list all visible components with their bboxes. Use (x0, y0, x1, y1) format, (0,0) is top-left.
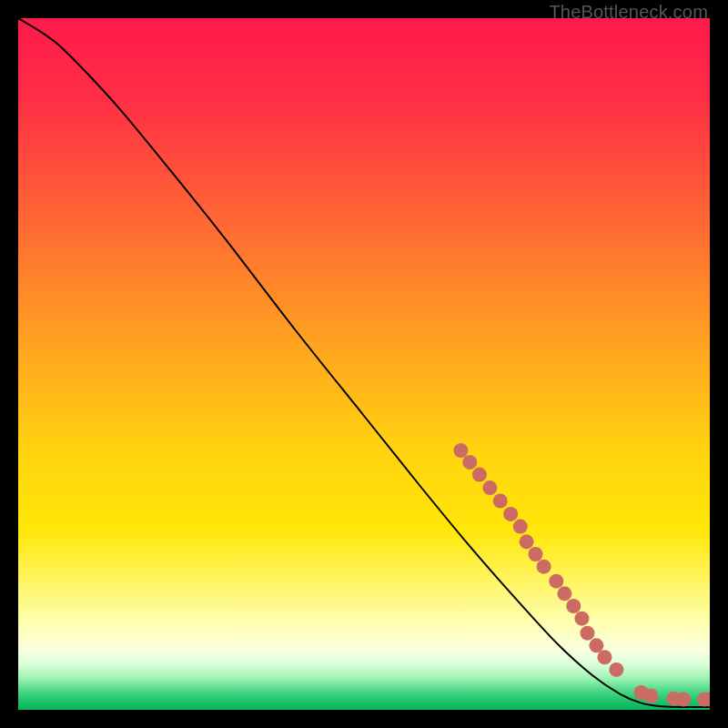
data-marker (609, 662, 623, 677)
data-marker (643, 689, 658, 703)
data-marker (537, 560, 551, 574)
gradient-background (18, 18, 710, 710)
data-marker (528, 547, 542, 561)
data-marker (597, 650, 612, 664)
data-marker (557, 586, 571, 601)
data-marker (503, 507, 518, 521)
data-marker (453, 443, 468, 458)
data-marker (482, 480, 497, 495)
data-marker (520, 534, 534, 549)
data-marker (549, 574, 563, 589)
plot-area (18, 18, 710, 710)
chart-svg (18, 18, 710, 710)
data-marker (493, 493, 508, 508)
watermark-text: TheBottleneck.com (549, 2, 708, 23)
data-marker (462, 455, 477, 470)
data-marker (580, 626, 594, 641)
chart-frame: TheBottleneck.com (0, 0, 728, 728)
data-marker (513, 520, 528, 534)
data-marker (566, 599, 581, 613)
data-marker (472, 468, 487, 482)
data-marker (676, 693, 691, 707)
data-marker (589, 638, 603, 652)
data-marker (574, 612, 589, 626)
